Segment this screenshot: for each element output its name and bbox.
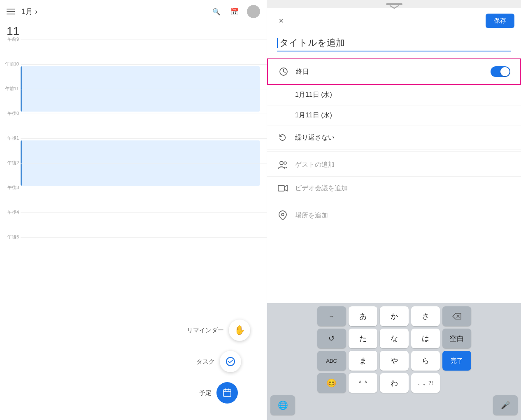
- video-icon: [277, 182, 288, 194]
- keyboard-bottom-row: 🌐 🎤: [269, 395, 519, 415]
- title-placeholder[interactable]: タイトルを追加: [279, 37, 511, 49]
- key-arrow[interactable]: →: [317, 306, 346, 326]
- day-number: 11: [0, 23, 267, 40]
- key-done[interactable]: 完了: [442, 351, 471, 371]
- drag-bar: [386, 3, 402, 5]
- key-ma[interactable]: ま: [349, 351, 377, 371]
- end-date-label: 1月11日 (水): [277, 111, 332, 120]
- time-slot: 午後2: [21, 163, 267, 188]
- key-caret[interactable]: ＾＾: [349, 373, 377, 393]
- keyboard-row-3: ABC ま や ら 完了: [269, 351, 519, 371]
- svg-point-9: [281, 213, 284, 216]
- key-abc[interactable]: ABC: [317, 351, 346, 371]
- guests-icon: [277, 159, 288, 170]
- close-button[interactable]: ×: [274, 13, 288, 28]
- reminder-button[interactable]: ✋: [229, 320, 250, 341]
- task-button[interactable]: [220, 351, 241, 372]
- location-row[interactable]: 場所を追加: [267, 204, 521, 227]
- time-slot: 午後3: [21, 188, 267, 212]
- time-slot: 午後4: [21, 212, 267, 237]
- end-date-row[interactable]: 1月11日 (水): [267, 105, 521, 126]
- avatar[interactable]: [247, 5, 260, 18]
- search-icon[interactable]: 🔍: [211, 6, 222, 17]
- toggle-thumb: [500, 67, 509, 76]
- calendar-icon[interactable]: 📅: [229, 6, 240, 17]
- key-ya[interactable]: や: [380, 351, 409, 371]
- reminder-label: リマインダー: [187, 327, 224, 334]
- time-label: 午後0: [1, 110, 19, 117]
- time-slot: 午前11: [21, 89, 267, 114]
- keyboard-row-2: ↺ た な は 空白: [269, 329, 519, 348]
- key-undo[interactable]: ↺: [317, 329, 346, 348]
- key-ka[interactable]: か: [380, 306, 409, 326]
- key-backspace[interactable]: [442, 306, 471, 326]
- key-mic[interactable]: 🎤: [493, 395, 518, 415]
- time-slot: 午後1: [21, 138, 267, 163]
- time-label: 午後1: [1, 135, 19, 141]
- time-slot: 午前10: [21, 64, 267, 89]
- start-date-label: 1月11日 (水): [277, 91, 332, 99]
- key-a[interactable]: あ: [349, 306, 377, 326]
- time-label: 午後5: [1, 234, 19, 240]
- calendar-header: 1月 › 🔍 📅: [0, 0, 267, 23]
- schedule-fab-item: 予定: [199, 382, 238, 404]
- menu-icon[interactable]: [7, 9, 15, 14]
- all-day-label: 終日: [296, 68, 491, 76]
- key-sa[interactable]: さ: [411, 306, 440, 326]
- header-right: 🔍 📅: [211, 5, 260, 18]
- key-emoji[interactable]: 😊: [317, 373, 346, 393]
- svg-rect-1: [223, 390, 231, 397]
- repeat-icon: [277, 132, 288, 143]
- video-label: ビデオ会議を追加: [295, 184, 348, 193]
- video-row[interactable]: ビデオ会議を追加: [267, 177, 521, 200]
- keyboard-row-4: 😊 ＾＾ わ 、。?! 完了: [269, 373, 519, 393]
- divider: [267, 202, 521, 202]
- schedule-button[interactable]: [216, 382, 238, 404]
- form-section: 終日 1月11日 (水) 1月11日 (水) 繰り返さない: [267, 58, 521, 303]
- all-day-toggle[interactable]: [491, 66, 510, 77]
- keyboard-row-1: → あ か さ: [269, 306, 519, 326]
- task-fab-item: タスク: [196, 351, 241, 372]
- location-icon: [277, 210, 288, 221]
- key-ta[interactable]: た: [349, 329, 377, 348]
- keyboard: → あ か さ ↺ た な は 空白 ABC ま や ら: [267, 303, 521, 420]
- key-ra[interactable]: ら: [411, 351, 440, 371]
- time-label: 午後2: [1, 160, 19, 166]
- task-label: タスク: [196, 358, 215, 366]
- repeat-row[interactable]: 繰り返さない: [267, 126, 521, 149]
- key-space[interactable]: 空白: [442, 329, 471, 348]
- all-day-row: 終日: [267, 58, 521, 85]
- time-slot: 午後5: [21, 237, 267, 262]
- clock-icon: [278, 66, 289, 77]
- month-label[interactable]: 1月 ›: [21, 7, 37, 16]
- title-input-area: タイトルを追加: [267, 33, 521, 58]
- drag-handle[interactable]: [267, 0, 521, 8]
- time-label: 午前11: [1, 86, 19, 92]
- time-label: 午前10: [1, 61, 19, 67]
- key-punct[interactable]: 、。?!: [411, 373, 440, 393]
- time-slot: 午前9: [21, 40, 267, 64]
- calendar-body: 午前9 午前10 午前11 午後0 午後1 午後2 午後3 午後4 午後5: [0, 40, 267, 262]
- svg-point-6: [280, 161, 283, 165]
- time-label: 午後4: [1, 209, 19, 215]
- start-date-row[interactable]: 1月11日 (水): [267, 85, 521, 105]
- key-ha[interactable]: は: [411, 329, 440, 348]
- repeat-label: 繰り返さない: [295, 133, 335, 142]
- divider: [267, 151, 521, 152]
- fab-area: リマインダー ✋ タスク 予定: [187, 320, 250, 404]
- time-label: 午後3: [1, 184, 19, 191]
- schedule-label: 予定: [199, 389, 212, 397]
- calendar-panel: 1月 › 🔍 📅 11 午前9 午前10 午前11 午後0 午後1 午後2: [0, 0, 267, 420]
- key-na[interactable]: な: [380, 329, 409, 348]
- key-globe[interactable]: 🌐: [270, 395, 295, 415]
- save-button[interactable]: 保存: [486, 14, 514, 28]
- time-slot: 午後0: [21, 114, 267, 138]
- location-label: 場所を追加: [295, 211, 328, 220]
- guests-row[interactable]: ゲストの追加: [267, 153, 521, 177]
- svg-point-7: [284, 162, 286, 164]
- key-wa[interactable]: わ: [380, 373, 409, 393]
- guests-label: ゲストの追加: [295, 161, 335, 169]
- time-label: 午前9: [1, 36, 19, 42]
- cursor: [277, 38, 278, 48]
- kb-spacer: [298, 395, 491, 415]
